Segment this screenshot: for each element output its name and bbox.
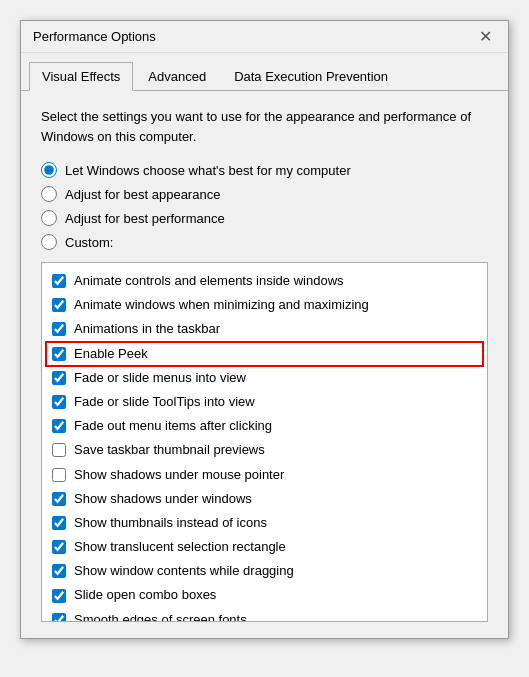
checkbox-item-translucent-selection[interactable]: Show translucent selection rectangle [46, 535, 483, 559]
checkbox-item-window-contents-drag[interactable]: Show window contents while dragging [46, 559, 483, 583]
dialog-title: Performance Options [33, 29, 156, 44]
checkbox-input-window-contents-drag[interactable] [52, 564, 66, 578]
tab-data-execution[interactable]: Data Execution Prevention [221, 62, 401, 91]
checkbox-item-taskbar-thumbnails[interactable]: Save taskbar thumbnail previews [46, 438, 483, 462]
checkbox-label-shadow-mouse: Show shadows under mouse pointer [74, 466, 284, 484]
checkbox-item-animate-controls[interactable]: Animate controls and elements inside win… [46, 269, 483, 293]
radio-custom-label: Custom: [65, 235, 113, 250]
radio-appearance[interactable]: Adjust for best appearance [41, 186, 488, 202]
checkbox-item-animations-taskbar[interactable]: Animations in the taskbar [46, 317, 483, 341]
checkbox-input-fade-menu-items[interactable] [52, 419, 66, 433]
checkbox-input-fade-tooltips[interactable] [52, 395, 66, 409]
checkbox-item-animate-windows[interactable]: Animate windows when minimizing and maxi… [46, 293, 483, 317]
tab-advanced[interactable]: Advanced [135, 62, 219, 91]
checkbox-input-shadow-windows[interactable] [52, 492, 66, 506]
checkbox-item-fade-menus[interactable]: Fade or slide menus into view [46, 366, 483, 390]
radio-custom[interactable]: Custom: [41, 234, 488, 250]
checkbox-item-fade-tooltips[interactable]: Fade or slide ToolTips into view [46, 390, 483, 414]
checkbox-item-enable-peek[interactable]: Enable Peek [46, 342, 483, 366]
checkbox-item-shadow-mouse[interactable]: Show shadows under mouse pointer [46, 463, 483, 487]
checkbox-input-slide-combo[interactable] [52, 589, 66, 603]
checkbox-input-fade-menus[interactable] [52, 371, 66, 385]
checkbox-label-animate-controls: Animate controls and elements inside win… [74, 272, 344, 290]
checkbox-label-window-contents-drag: Show window contents while dragging [74, 562, 294, 580]
checkbox-label-slide-combo: Slide open combo boxes [74, 586, 216, 604]
checkbox-label-enable-peek: Enable Peek [74, 345, 148, 363]
title-bar: Performance Options ✕ [21, 21, 508, 53]
checkbox-label-animations-taskbar: Animations in the taskbar [74, 320, 220, 338]
checkbox-input-animate-controls[interactable] [52, 274, 66, 288]
checkbox-item-fade-menu-items[interactable]: Fade out menu items after clicking [46, 414, 483, 438]
checkbox-label-translucent-selection: Show translucent selection rectangle [74, 538, 286, 556]
checkbox-input-translucent-selection[interactable] [52, 540, 66, 554]
performance-options-dialog: Performance Options ✕ Visual Effects Adv… [20, 20, 509, 639]
checkbox-label-fade-menus: Fade or slide menus into view [74, 369, 246, 387]
radio-auto-label: Let Windows choose what's best for my co… [65, 163, 351, 178]
checkbox-label-fade-menu-items: Fade out menu items after clicking [74, 417, 272, 435]
radio-appearance-input[interactable] [41, 186, 57, 202]
checkbox-label-taskbar-thumbnails: Save taskbar thumbnail previews [74, 441, 265, 459]
radio-performance-label: Adjust for best performance [65, 211, 225, 226]
checkbox-label-animate-windows: Animate windows when minimizing and maxi… [74, 296, 369, 314]
checkbox-label-fade-tooltips: Fade or slide ToolTips into view [74, 393, 255, 411]
close-button[interactable]: ✕ [474, 26, 496, 48]
radio-custom-input[interactable] [41, 234, 57, 250]
tab-bar: Visual Effects Advanced Data Execution P… [21, 53, 508, 91]
checkbox-label-shadow-windows: Show shadows under windows [74, 490, 252, 508]
tab-content: Select the settings you want to use for … [21, 91, 508, 638]
description-text: Select the settings you want to use for … [41, 107, 488, 146]
checkbox-input-thumbnails-icons[interactable] [52, 516, 66, 530]
checkbox-item-shadow-windows[interactable]: Show shadows under windows [46, 487, 483, 511]
checkbox-item-slide-combo[interactable]: Slide open combo boxes [46, 583, 483, 607]
radio-auto-input[interactable] [41, 162, 57, 178]
radio-performance-input[interactable] [41, 210, 57, 226]
checkbox-input-shadow-mouse[interactable] [52, 468, 66, 482]
checkbox-input-animations-taskbar[interactable] [52, 322, 66, 336]
checkbox-input-animate-windows[interactable] [52, 298, 66, 312]
tab-visual-effects[interactable]: Visual Effects [29, 62, 133, 91]
checkbox-input-taskbar-thumbnails[interactable] [52, 443, 66, 457]
radio-performance[interactable]: Adjust for best performance [41, 210, 488, 226]
radio-auto[interactable]: Let Windows choose what's best for my co… [41, 162, 488, 178]
radio-group: Let Windows choose what's best for my co… [41, 162, 488, 250]
checkbox-input-smooth-edges[interactable] [52, 613, 66, 622]
checkbox-label-thumbnails-icons: Show thumbnails instead of icons [74, 514, 267, 532]
checkbox-item-thumbnails-icons[interactable]: Show thumbnails instead of icons [46, 511, 483, 535]
checkbox-list: Animate controls and elements inside win… [41, 262, 488, 622]
radio-appearance-label: Adjust for best appearance [65, 187, 220, 202]
checkbox-input-enable-peek[interactable] [52, 347, 66, 361]
checkbox-label-smooth-edges: Smooth edges of screen fonts [74, 611, 247, 622]
checkbox-item-smooth-edges[interactable]: Smooth edges of screen fonts [46, 608, 483, 622]
